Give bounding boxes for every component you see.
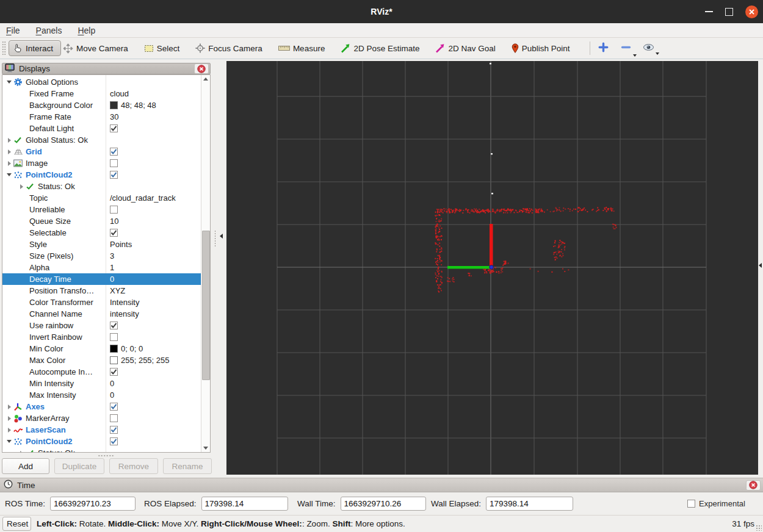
tool-measure[interactable]: Measure [278,44,325,53]
tree-value[interactable] [106,424,118,436]
tree-checkbox[interactable] [110,148,118,156]
color-swatch[interactable] [110,101,118,109]
tree-value[interactable] [106,366,118,378]
tree-row-style[interactable]: StylePoints [2,239,211,250]
scrollbar-thumb[interactable] [202,231,210,380]
chevron-collapsed-icon[interactable] [17,451,26,453]
tree-value-text[interactable]: XYZ [110,286,125,295]
maximize-icon[interactable] [725,8,733,16]
tree-value-text[interactable]: cloud [110,89,129,98]
tree-row-min-intensity[interactable]: Min Intensity0 [2,378,211,389]
tree-value[interactable] [106,204,118,215]
tree-value-text[interactable]: 1 [110,263,114,272]
tree-checkbox[interactable] [110,229,118,237]
chevron-expanded-icon[interactable] [5,173,13,176]
tree-row-grid[interactable]: Grid [2,146,201,157]
color-swatch[interactable] [110,356,118,364]
tree-value[interactable] [106,123,118,134]
color-swatch[interactable] [110,345,118,353]
tree-value[interactable]: 1 [106,262,114,273]
tree-value[interactable] [106,331,118,343]
tool-2d-pose-estimate[interactable]: 2D Pose Estimate [341,43,419,53]
tree-checkbox[interactable] [110,171,118,179]
tree-value-text[interactable]: /cloud_radar_track [110,193,176,203]
displays-close-button[interactable] [194,63,209,74]
tree-value[interactable] [106,320,118,331]
tree-value[interactable]: /cloud_radar_track [106,192,176,204]
minimize-icon[interactable] [705,11,713,12]
tree-value[interactable]: 0 [106,389,114,401]
tree-row-decay-time[interactable]: Decay Time0 [2,273,211,285]
panel-resize-handle[interactable] [98,455,115,457]
tree-checkbox[interactable] [110,159,118,167]
tree-row-laserscan[interactable]: LaserScan [2,424,201,436]
tool-eye-icon[interactable] [643,43,654,53]
tree-value-text[interactable]: 0 [110,379,114,388]
3d-viewport[interactable] [226,61,758,475]
tool-zoom-in-icon[interactable] [598,41,609,55]
add-button[interactable]: Add [2,458,49,474]
tool-zoom-out-icon[interactable] [620,41,632,55]
experimental-option[interactable]: Experimental [687,492,745,515]
tree-row-global-status-ok[interactable]: Global Status: Ok [2,134,201,146]
chevron-collapsed-icon[interactable] [5,161,13,166]
tool-select[interactable]: Select [144,44,180,53]
tree-row-topic[interactable]: Topic/cloud_radar_track [2,192,211,204]
tree-value-text[interactable]: 30 [110,112,118,121]
caret-down-icon[interactable] [656,52,659,55]
tool-2d-nav-goal[interactable]: 2D Nav Goal [435,43,495,53]
tree-row-status-ok[interactable]: Status: Ok [2,181,201,192]
right-splitter-collapse-icon[interactable] [759,263,762,268]
tree-row-background-color[interactable]: Background Color48; 48; 48 [2,99,211,111]
tree-row-channel-name[interactable]: Channel Nameintensity [2,308,211,320]
tree-scrollbar[interactable] [201,75,210,452]
tree-row-fixed-frame[interactable]: Fixed Framecloud [2,88,211,99]
tree-value[interactable]: intensity [106,308,139,320]
tree-row-pointcloud2[interactable]: PointCloud2 [2,436,201,447]
tree-checkbox[interactable] [110,124,118,132]
time-field-input[interactable]: 1663929710.26 [341,497,426,511]
tree-row-position-transfo[interactable]: Position Transfo…XYZ [2,285,211,297]
tree-value-text[interactable]: 3 [110,251,114,261]
time-field-input[interactable]: 179398.14 [486,497,573,511]
tree-value[interactable] [106,169,118,181]
tree-checkbox[interactable] [110,437,118,445]
splitter-collapse-icon[interactable] [220,234,223,239]
tree-value-text[interactable]: intensity [110,309,139,318]
time-field-input[interactable]: 1663929710.23 [50,497,136,511]
tree-row-markerarray[interactable]: MarkerArray [2,412,201,424]
experimental-checkbox[interactable] [687,500,695,508]
tree-value[interactable]: Points [106,239,132,250]
tree-row-status-ok[interactable]: Status: Ok [2,447,201,453]
tree-row-default-light[interactable]: Default Light [2,123,211,134]
tree-value[interactable]: 30 [106,111,118,123]
menu-help[interactable]: Help [78,26,95,35]
tree-row-size-pixels[interactable]: Size (Pixels)3 [2,250,211,262]
reset-button[interactable]: Reset [2,517,31,531]
tree-checkbox[interactable] [110,322,118,329]
tree-checkbox[interactable] [110,206,118,214]
tree-checkbox[interactable] [110,333,118,341]
tree-row-use-rainbow[interactable]: Use rainbow [2,320,211,331]
tree-value-text[interactable]: Intensity [110,298,139,307]
tree-row-alpha[interactable]: Alpha1 [2,262,211,273]
time-close-button[interactable] [746,480,761,491]
tree-checkbox[interactable] [110,368,118,376]
menu-file[interactable]: File [6,26,20,35]
tree-value[interactable] [106,146,118,157]
tree-checkbox[interactable] [110,414,118,422]
tree-row-autocompute-in[interactable]: Autocompute In… [2,366,211,378]
tree-value[interactable]: Intensity [106,297,139,308]
resize-grip[interactable] [756,525,762,531]
tree-value-text[interactable]: 0 [110,275,114,284]
chevron-collapsed-icon[interactable] [5,138,13,143]
tool-publish-point[interactable]: Publish Point [512,43,570,53]
tree-value[interactable] [106,157,118,169]
tree-checkbox[interactable] [110,426,118,434]
tool-move-camera[interactable]: Move Camera [63,43,128,54]
tree-row-queue-size[interactable]: Queue Size10 [2,215,211,227]
tree-value[interactable]: 255; 255; 255 [106,354,170,366]
chevron-collapsed-icon[interactable] [17,184,26,189]
scroll-up-icon[interactable] [203,77,208,81]
tree-row-max-intensity[interactable]: Max Intensity0 [2,389,211,401]
